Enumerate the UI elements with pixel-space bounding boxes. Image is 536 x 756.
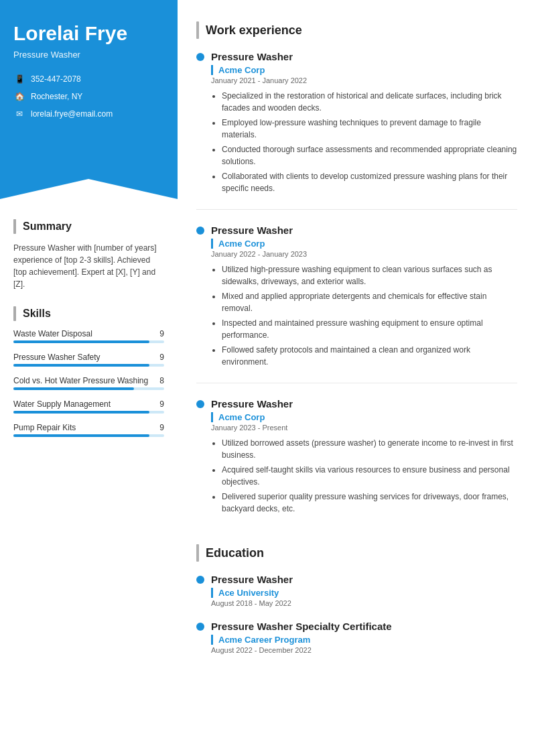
skill-name: Pump Repair Kits: [13, 423, 76, 432]
entry-dot: [196, 400, 204, 408]
entry-dates: January 2021 - January 2022: [211, 76, 517, 84]
bullet-item: Acquired self-taught skills via various …: [222, 464, 517, 488]
main-content: Work experience Pressure Washer Acme Cor…: [178, 0, 536, 756]
skill-bar-bg: [13, 364, 164, 367]
entry-edu-title: Pressure Washer Specialty Certificate: [211, 621, 392, 632]
skills-section: Waste Water Disposal 9 Pressure Washer S…: [13, 329, 164, 437]
work-entries: Pressure Washer Acme Corp January 2021 -…: [196, 51, 517, 529]
skill-name: Pressure Washer Safety: [13, 353, 100, 362]
entry-institution: Acme Career Program: [211, 635, 517, 645]
skill-item: Waste Water Disposal 9: [13, 329, 164, 343]
entry-edu-dates: August 2022 - December 2022: [211, 646, 517, 654]
edu-entry: Pressure Washer Specialty Certificate Ac…: [196, 621, 517, 654]
entry-institution: Ace University: [211, 588, 517, 598]
entry-company: Acme Corp: [211, 65, 517, 75]
phone-icon: 📱: [13, 73, 25, 85]
bullet-item: Specialized in the restoration of histor…: [222, 90, 517, 114]
contact-list: 📱 352-447-2078 🏠 Rochester, NY ✉ lorelai…: [13, 73, 164, 120]
bullet-item: Delivered superior quality pressure wash…: [222, 491, 517, 515]
work-entry: Pressure Washer Acme Corp January 2022 -…: [196, 225, 517, 383]
skills-heading-bar: [13, 306, 16, 321]
entry-header: Pressure Washer: [196, 398, 517, 410]
entry-edu-dates: August 2018 - May 2022: [211, 599, 517, 607]
entry-dot: [196, 227, 204, 235]
contact-phone: 📱 352-447-2078: [13, 73, 164, 85]
skill-score: 8: [159, 376, 164, 385]
bullet-item: Utilized borrowed assets (pressure washe…: [222, 437, 517, 461]
skill-bar-fill: [13, 411, 149, 414]
entry-bullets: Specialized in the restoration of histor…: [211, 90, 517, 194]
skill-bar-fill: [13, 387, 134, 390]
skill-item: Pump Repair Kits 9: [13, 423, 164, 437]
entry-bullets: Utilized high-pressure washing equipment…: [211, 263, 517, 368]
skill-item: Water Supply Management 9: [13, 399, 164, 414]
sidebar-chevron: [0, 139, 178, 179]
bullet-item: Conducted thorough surface assessments a…: [222, 143, 517, 168]
skill-score: 9: [159, 423, 164, 432]
work-entry: Pressure Washer Acme Corp January 2021 -…: [196, 51, 517, 210]
entry-job-title: Pressure Washer: [211, 51, 293, 62]
entry-dot: [196, 576, 204, 584]
entry-header: Pressure Washer: [196, 574, 517, 585]
skill-score: 9: [159, 399, 164, 409]
entry-dates: January 2023 - Present: [211, 424, 517, 432]
entry-company: Acme Corp: [211, 412, 517, 422]
skill-score: 9: [159, 353, 164, 362]
edu-entry: Pressure Washer Ace University August 20…: [196, 574, 517, 607]
skill-bar-bg: [13, 411, 164, 414]
contact-location: 🏠 Rochester, NY: [13, 90, 164, 103]
edu-section-heading: Education: [196, 544, 517, 562]
bullet-item: Followed safety protocols and maintained…: [222, 344, 517, 368]
work-section-heading: Work experience: [196, 21, 517, 39]
entry-company: Acme Corp: [211, 239, 517, 249]
skill-bar-fill: [13, 340, 149, 343]
entry-bullets: Utilized borrowed assets (pressure washe…: [211, 437, 517, 515]
skill-bar-bg: [13, 434, 164, 437]
resume-container: Lorelai Frye Pressure Washer 📱 352-447-2…: [0, 0, 536, 756]
sidebar-lower: Summary Pressure Washer with [number of …: [0, 179, 178, 756]
skill-bar-fill: [13, 434, 149, 437]
bullet-item: Mixed and applied appropriate detergents…: [222, 290, 517, 314]
skills-heading: Skills: [13, 306, 164, 321]
summary-heading-bar: [13, 219, 16, 234]
skill-name: Water Supply Management: [13, 399, 111, 409]
work-entry: Pressure Washer Acme Corp January 2023 -…: [196, 398, 517, 529]
entry-dates: January 2022 - January 2023: [211, 250, 517, 258]
entry-job-title: Pressure Washer: [211, 225, 293, 236]
entry-header: Pressure Washer: [196, 51, 517, 62]
bullet-item: Collaborated with clients to develop cus…: [222, 170, 517, 194]
sidebar-header: Lorelai Frye Pressure Washer 📱 352-447-2…: [0, 0, 178, 125]
skill-score: 9: [159, 329, 164, 338]
edu-section-bar: [196, 544, 199, 562]
skill-item: Cold vs. Hot Water Pressure Washing 8: [13, 376, 164, 390]
edu-entries: Pressure Washer Ace University August 20…: [196, 574, 517, 654]
entry-edu-title: Pressure Washer: [211, 574, 293, 585]
skill-name: Waste Water Disposal: [13, 329, 92, 338]
skill-item: Pressure Washer Safety 9: [13, 353, 164, 367]
sidebar: Lorelai Frye Pressure Washer 📱 352-447-2…: [0, 0, 178, 756]
skill-bar-bg: [13, 387, 164, 390]
skill-bar-fill: [13, 364, 149, 367]
entry-header: Pressure Washer: [196, 225, 517, 236]
bullet-item: Inspected and maintained pressure washin…: [222, 317, 517, 341]
candidate-title: Pressure Washer: [13, 50, 164, 60]
entry-header: Pressure Washer Specialty Certificate: [196, 621, 517, 632]
skill-bar-bg: [13, 340, 164, 343]
summary-heading: Summary: [13, 219, 164, 234]
work-section-bar: [196, 21, 199, 39]
bullet-item: Utilized high-pressure washing equipment…: [222, 263, 517, 288]
entry-job-title: Pressure Washer: [211, 398, 293, 410]
entry-dot: [196, 623, 204, 631]
bullet-item: Employed low-pressure washing techniques…: [222, 117, 517, 141]
contact-email: ✉ lorelai.frye@email.com: [13, 108, 164, 120]
summary-text: Pressure Washer with [number of years] e…: [13, 242, 164, 290]
email-icon: ✉: [13, 108, 25, 120]
entry-dot: [196, 53, 204, 61]
candidate-name: Lorelai Frye: [13, 21, 164, 46]
location-icon: 🏠: [13, 90, 25, 103]
skill-name: Cold vs. Hot Water Pressure Washing: [13, 376, 148, 385]
